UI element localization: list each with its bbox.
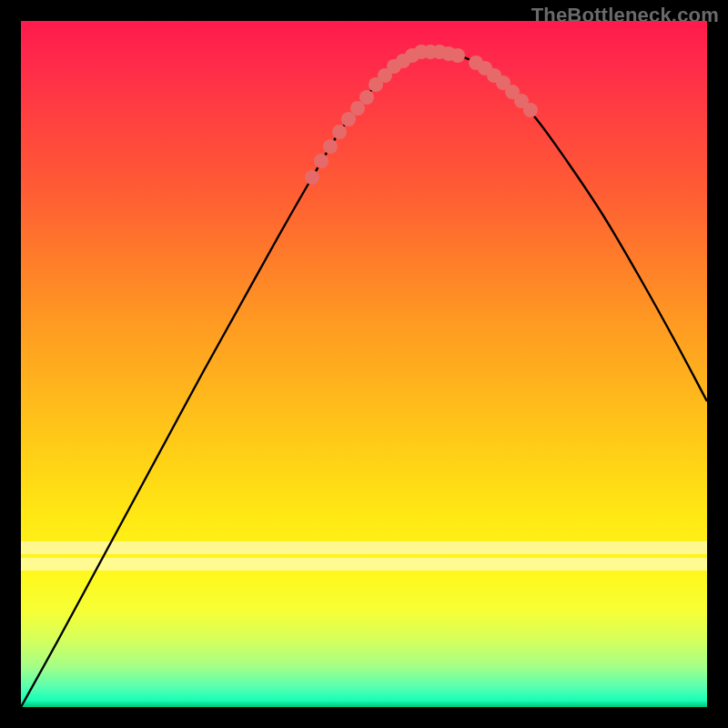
dot-point xyxy=(314,154,329,168)
chart-plot-area xyxy=(21,21,707,707)
dot-point xyxy=(332,125,347,139)
watermark-text: TheBottleneck.com xyxy=(531,4,719,27)
bottleneck-curve xyxy=(21,51,707,707)
dot-point xyxy=(359,90,374,105)
chart-stage: TheBottleneck.com xyxy=(0,0,728,728)
dot-point xyxy=(450,48,465,63)
dot-cluster xyxy=(305,45,538,185)
dot-point xyxy=(305,170,319,185)
curve-layer xyxy=(21,21,707,707)
dot-point xyxy=(523,103,538,117)
dot-point xyxy=(323,139,338,154)
